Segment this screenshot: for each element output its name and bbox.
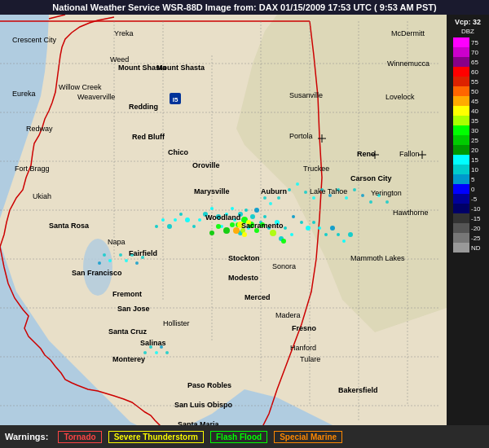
scale-row-55: 55	[453, 77, 482, 86]
svg-point-52	[198, 218, 201, 222]
content-area: I5	[0, 15, 489, 425]
svg-point-41	[300, 221, 303, 224]
scale-color-30	[453, 125, 469, 135]
svg-point-47	[337, 233, 340, 236]
scale-row-75: 75	[453, 37, 482, 47]
header-title: National Weather Service WSR-88D Image f…	[52, 2, 436, 12]
svg-point-104	[165, 351, 169, 354]
svg-point-97	[108, 259, 112, 262]
svg-point-98	[103, 253, 106, 257]
legend-area: Vcp: 32 DBZ 75 70 65 60	[447, 15, 489, 425]
scale-row-n20: -20	[453, 223, 482, 233]
warning-special-marine[interactable]: Special Marine	[274, 431, 342, 443]
scale-label-10: 10	[471, 166, 478, 173]
scale-row-n10: -10	[453, 204, 482, 213]
scale-label-45: 45	[471, 98, 478, 105]
scale-row-0: 0	[453, 184, 482, 194]
scale-color-60	[453, 67, 469, 77]
svg-point-29	[263, 215, 267, 218]
svg-point-96	[141, 256, 144, 259]
scale-color-20	[453, 145, 469, 155]
header-bar: National Weather Service WSR-88D Image f…	[0, 0, 489, 15]
scale-row-60: 60	[453, 67, 482, 77]
svg-point-36	[275, 220, 280, 225]
scale-color-70	[453, 47, 469, 57]
svg-point-100	[149, 345, 152, 349]
svg-point-76	[288, 188, 291, 191]
warning-flash-flood[interactable]: Flash Flood	[210, 431, 267, 443]
svg-point-51	[203, 212, 208, 217]
scale-color-0	[453, 184, 469, 194]
scale-color-5	[453, 174, 469, 184]
scale-row-65: 65	[453, 57, 482, 67]
scale-row-50: 50	[453, 86, 482, 96]
svg-point-92	[119, 253, 122, 257]
scale-color-25	[453, 135, 469, 145]
svg-point-99	[98, 261, 101, 265]
color-scale: 75 70 65 60 55	[453, 37, 482, 253]
svg-point-66	[223, 227, 230, 234]
scale-color-40	[453, 106, 469, 116]
svg-point-67	[216, 224, 221, 229]
svg-point-54	[185, 217, 190, 222]
svg-point-25	[233, 218, 236, 222]
svg-point-84	[353, 188, 356, 191]
svg-point-79	[312, 196, 315, 200]
scale-color-n5	[453, 194, 469, 204]
scale-row-40: 40	[453, 106, 482, 116]
svg-point-87	[377, 194, 381, 197]
svg-point-45	[324, 233, 328, 236]
scale-label-75: 75	[471, 39, 478, 46]
svg-point-35	[267, 226, 271, 230]
svg-point-59	[155, 225, 158, 228]
scale-label-nd: ND	[471, 244, 481, 252]
svg-point-77	[296, 182, 299, 186]
scale-label-n20: -20	[471, 225, 481, 232]
scale-color-nd	[453, 243, 469, 253]
svg-point-73	[246, 220, 251, 225]
svg-point-85	[361, 194, 364, 197]
svg-point-72	[237, 222, 244, 228]
svg-point-44	[318, 226, 321, 230]
warning-tornado[interactable]: Tornado	[58, 431, 101, 443]
scale-row-45: 45	[453, 96, 482, 106]
svg-point-75	[242, 232, 247, 237]
warning-thunderstorm[interactable]: Severe Thunderstorm	[108, 431, 204, 443]
scale-label-n15: -15	[471, 215, 481, 222]
svg-point-37	[284, 226, 287, 230]
map-area: I5	[0, 15, 447, 425]
svg-point-91	[263, 196, 267, 200]
scale-label-15: 15	[471, 156, 478, 164]
svg-point-21	[83, 239, 112, 296]
svg-point-80	[320, 188, 324, 191]
scale-label-30: 30	[471, 127, 478, 134]
scale-label-55: 55	[471, 78, 478, 86]
scale-color-n15	[453, 213, 469, 223]
svg-point-93	[125, 259, 128, 262]
scale-label-35: 35	[471, 117, 478, 125]
svg-point-94	[130, 253, 134, 257]
svg-point-49	[348, 232, 353, 237]
scale-row-n25: -25	[453, 233, 482, 243]
svg-point-22	[238, 212, 243, 217]
scale-row-70: 70	[453, 47, 482, 57]
scale-label-60: 60	[471, 68, 478, 76]
svg-point-90	[269, 202, 272, 205]
svg-point-58	[161, 218, 165, 222]
scale-color-45	[453, 96, 469, 106]
scale-color-35	[453, 116, 469, 125]
svg-text:I5: I5	[173, 96, 178, 103]
svg-point-74	[233, 227, 240, 234]
scale-row-5: 5	[453, 174, 482, 184]
scale-row-n5: -5	[453, 194, 482, 204]
scale-color-10	[453, 165, 469, 174]
scale-color-55	[453, 77, 469, 86]
scale-row-nd: ND	[453, 243, 482, 253]
scale-color-75	[453, 37, 469, 47]
svg-point-53	[192, 225, 196, 228]
svg-point-56	[174, 218, 177, 222]
legend-dbz: DBZ	[461, 28, 474, 35]
legend-vcp: Vcp: 32	[455, 18, 481, 26]
svg-point-28	[254, 208, 259, 213]
svg-point-48	[342, 239, 346, 243]
